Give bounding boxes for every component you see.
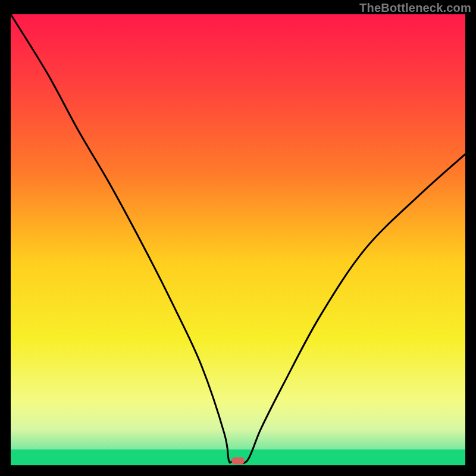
bottleneck-chart	[11, 14, 465, 465]
gradient-background	[11, 14, 465, 465]
chart-frame: TheBottleneck.com	[0, 0, 476, 476]
chart-plot-area	[11, 14, 465, 465]
optimal-marker	[231, 457, 245, 464]
watermark-label: TheBottleneck.com	[359, 1, 471, 15]
